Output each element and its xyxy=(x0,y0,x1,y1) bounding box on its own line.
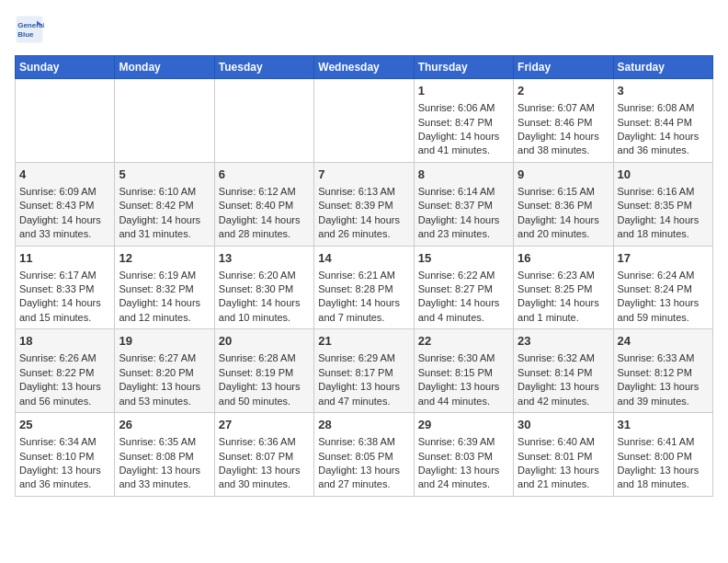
calendar-cell: 30Sunrise: 6:40 AM Sunset: 8:01 PM Dayli… xyxy=(514,413,613,497)
day-info: Sunrise: 6:16 AM Sunset: 8:35 PM Dayligh… xyxy=(618,185,709,242)
calendar-cell: 18Sunrise: 6:26 AM Sunset: 8:22 PM Dayli… xyxy=(16,329,115,413)
calendar-week-row: 1Sunrise: 6:06 AM Sunset: 8:47 PM Daylig… xyxy=(16,79,713,163)
calendar-cell: 12Sunrise: 6:19 AM Sunset: 8:32 PM Dayli… xyxy=(115,246,214,329)
calendar-cell xyxy=(314,79,414,163)
day-number: 1 xyxy=(418,83,509,99)
day-number: 24 xyxy=(618,333,709,350)
day-number: 5 xyxy=(119,167,210,183)
day-info: Sunrise: 6:20 AM Sunset: 8:30 PM Dayligh… xyxy=(219,269,310,326)
calendar-cell: 16Sunrise: 6:23 AM Sunset: 8:25 PM Dayli… xyxy=(514,246,613,329)
calendar-cell: 15Sunrise: 6:22 AM Sunset: 8:27 PM Dayli… xyxy=(414,246,513,329)
day-number: 2 xyxy=(518,83,609,99)
day-info: Sunrise: 6:10 AM Sunset: 8:42 PM Dayligh… xyxy=(119,185,210,242)
calendar-cell: 20Sunrise: 6:28 AM Sunset: 8:19 PM Dayli… xyxy=(214,329,313,413)
weekday-header: Thursday xyxy=(414,56,513,79)
calendar-cell: 29Sunrise: 6:39 AM Sunset: 8:03 PM Dayli… xyxy=(414,413,513,497)
calendar-cell: 28Sunrise: 6:38 AM Sunset: 8:05 PM Dayli… xyxy=(314,413,414,497)
day-number: 30 xyxy=(518,417,609,433)
calendar-week-row: 4Sunrise: 6:09 AM Sunset: 8:43 PM Daylig… xyxy=(16,162,713,246)
calendar-cell: 10Sunrise: 6:16 AM Sunset: 8:35 PM Dayli… xyxy=(613,162,712,246)
day-info: Sunrise: 6:35 AM Sunset: 8:08 PM Dayligh… xyxy=(119,435,210,492)
day-info: Sunrise: 6:28 AM Sunset: 8:19 PM Dayligh… xyxy=(219,351,310,408)
day-info: Sunrise: 6:30 AM Sunset: 8:15 PM Dayligh… xyxy=(418,351,509,408)
day-number: 19 xyxy=(119,333,210,350)
day-number: 8 xyxy=(418,167,509,183)
calendar-cell xyxy=(115,79,214,163)
day-number: 23 xyxy=(518,333,609,350)
day-info: Sunrise: 6:22 AM Sunset: 8:27 PM Dayligh… xyxy=(418,269,509,326)
day-info: Sunrise: 6:41 AM Sunset: 8:00 PM Dayligh… xyxy=(618,435,709,492)
calendar-cell: 6Sunrise: 6:12 AM Sunset: 8:40 PM Daylig… xyxy=(214,162,313,246)
svg-text:Blue: Blue xyxy=(17,30,34,39)
day-number: 28 xyxy=(318,417,409,433)
calendar-cell: 14Sunrise: 6:21 AM Sunset: 8:28 PM Dayli… xyxy=(314,246,414,329)
day-number: 11 xyxy=(19,250,110,267)
day-number: 16 xyxy=(518,250,609,267)
day-info: Sunrise: 6:09 AM Sunset: 8:43 PM Dayligh… xyxy=(19,185,110,242)
day-info: Sunrise: 6:33 AM Sunset: 8:12 PM Dayligh… xyxy=(618,351,709,408)
calendar-cell xyxy=(16,79,115,163)
day-number: 15 xyxy=(418,250,509,267)
day-number: 13 xyxy=(219,250,310,267)
day-info: Sunrise: 6:40 AM Sunset: 8:01 PM Dayligh… xyxy=(518,435,609,492)
day-number: 17 xyxy=(618,250,709,267)
calendar-cell: 8Sunrise: 6:14 AM Sunset: 8:37 PM Daylig… xyxy=(414,162,513,246)
weekday-header: Wednesday xyxy=(314,56,414,79)
calendar-week-row: 18Sunrise: 6:26 AM Sunset: 8:22 PM Dayli… xyxy=(16,329,713,413)
calendar-cell: 23Sunrise: 6:32 AM Sunset: 8:14 PM Dayli… xyxy=(514,329,613,413)
weekday-header: Monday xyxy=(115,56,214,79)
day-number: 25 xyxy=(19,417,110,433)
day-number: 6 xyxy=(219,167,310,183)
calendar-cell: 3Sunrise: 6:08 AM Sunset: 8:44 PM Daylig… xyxy=(613,79,712,163)
calendar-week-row: 25Sunrise: 6:34 AM Sunset: 8:10 PM Dayli… xyxy=(16,413,713,497)
day-info: Sunrise: 6:36 AM Sunset: 8:07 PM Dayligh… xyxy=(219,435,310,492)
day-number: 22 xyxy=(418,333,509,350)
weekday-header: Sunday xyxy=(16,56,115,79)
calendar-cell xyxy=(214,79,313,163)
day-number: 20 xyxy=(219,333,310,350)
day-info: Sunrise: 6:26 AM Sunset: 8:22 PM Dayligh… xyxy=(19,351,110,408)
day-info: Sunrise: 6:08 AM Sunset: 8:44 PM Dayligh… xyxy=(618,101,709,158)
day-info: Sunrise: 6:13 AM Sunset: 8:39 PM Dayligh… xyxy=(318,185,409,242)
calendar-cell: 2Sunrise: 6:07 AM Sunset: 8:46 PM Daylig… xyxy=(514,79,613,163)
calendar-table: SundayMondayTuesdayWednesdayThursdayFrid… xyxy=(15,55,713,497)
day-number: 7 xyxy=(318,167,409,183)
calendar-cell: 26Sunrise: 6:35 AM Sunset: 8:08 PM Dayli… xyxy=(115,413,214,497)
day-info: Sunrise: 6:27 AM Sunset: 8:20 PM Dayligh… xyxy=(119,351,210,408)
svg-text:General: General xyxy=(17,21,44,29)
day-info: Sunrise: 6:38 AM Sunset: 8:05 PM Dayligh… xyxy=(318,435,409,492)
day-number: 26 xyxy=(119,417,210,433)
day-number: 27 xyxy=(219,417,310,433)
day-info: Sunrise: 6:29 AM Sunset: 8:17 PM Dayligh… xyxy=(318,351,409,408)
calendar-cell: 24Sunrise: 6:33 AM Sunset: 8:12 PM Dayli… xyxy=(613,329,712,413)
day-info: Sunrise: 6:39 AM Sunset: 8:03 PM Dayligh… xyxy=(418,435,509,492)
day-info: Sunrise: 6:24 AM Sunset: 8:24 PM Dayligh… xyxy=(618,269,709,326)
calendar-cell: 27Sunrise: 6:36 AM Sunset: 8:07 PM Dayli… xyxy=(214,413,313,497)
day-info: Sunrise: 6:14 AM Sunset: 8:37 PM Dayligh… xyxy=(418,185,509,242)
calendar-cell: 9Sunrise: 6:15 AM Sunset: 8:36 PM Daylig… xyxy=(514,162,613,246)
weekday-header: Friday xyxy=(514,56,613,79)
calendar-cell: 22Sunrise: 6:30 AM Sunset: 8:15 PM Dayli… xyxy=(414,329,513,413)
calendar-cell: 13Sunrise: 6:20 AM Sunset: 8:30 PM Dayli… xyxy=(214,246,313,329)
calendar-cell: 19Sunrise: 6:27 AM Sunset: 8:20 PM Dayli… xyxy=(115,329,214,413)
day-number: 21 xyxy=(318,333,409,350)
day-number: 31 xyxy=(618,417,709,433)
calendar-cell: 11Sunrise: 6:17 AM Sunset: 8:33 PM Dayli… xyxy=(16,246,115,329)
day-number: 12 xyxy=(119,250,210,267)
calendar-week-row: 11Sunrise: 6:17 AM Sunset: 8:33 PM Dayli… xyxy=(16,246,713,329)
day-number: 14 xyxy=(318,250,409,267)
logo: General Blue xyxy=(15,15,48,44)
day-info: Sunrise: 6:07 AM Sunset: 8:46 PM Dayligh… xyxy=(518,101,609,158)
calendar-cell: 31Sunrise: 6:41 AM Sunset: 8:00 PM Dayli… xyxy=(613,413,712,497)
day-info: Sunrise: 6:17 AM Sunset: 8:33 PM Dayligh… xyxy=(19,269,110,326)
day-info: Sunrise: 6:34 AM Sunset: 8:10 PM Dayligh… xyxy=(19,435,110,492)
day-number: 4 xyxy=(19,167,110,183)
calendar-cell: 25Sunrise: 6:34 AM Sunset: 8:10 PM Dayli… xyxy=(16,413,115,497)
logo-icon: General Blue xyxy=(15,15,44,44)
day-info: Sunrise: 6:32 AM Sunset: 8:14 PM Dayligh… xyxy=(518,351,609,408)
weekday-header: Saturday xyxy=(613,56,712,79)
calendar-cell: 7Sunrise: 6:13 AM Sunset: 8:39 PM Daylig… xyxy=(314,162,414,246)
day-info: Sunrise: 6:15 AM Sunset: 8:36 PM Dayligh… xyxy=(518,185,609,242)
calendar-cell: 17Sunrise: 6:24 AM Sunset: 8:24 PM Dayli… xyxy=(613,246,712,329)
calendar-cell: 21Sunrise: 6:29 AM Sunset: 8:17 PM Dayli… xyxy=(314,329,414,413)
